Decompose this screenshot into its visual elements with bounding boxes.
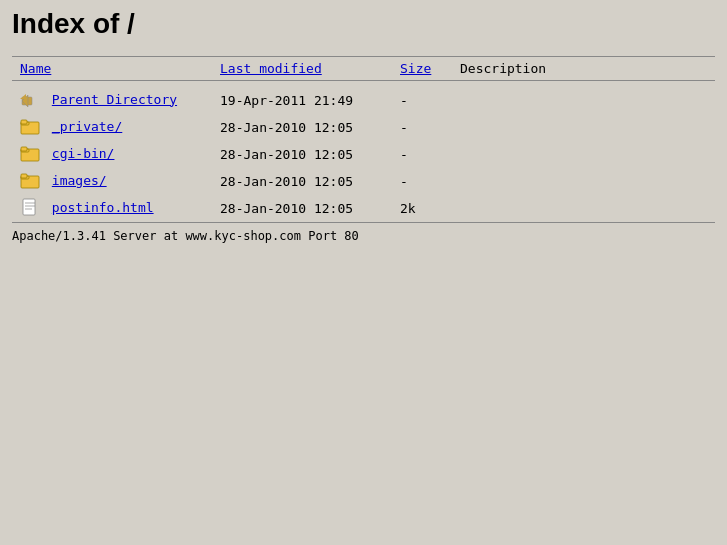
entry-description [452, 141, 715, 168]
entry-modified: 28-Jan-2010 12:05 [212, 168, 392, 195]
entry-modified: 28-Jan-2010 12:05 [212, 114, 392, 141]
entry-size: - [392, 114, 452, 141]
folder-icon [20, 143, 40, 163]
table-row: postinfo.html 28-Jan-2010 12:05 2k [12, 195, 715, 223]
col-header-modified: Last modified [212, 57, 392, 81]
entry-name-cell: postinfo.html [12, 195, 212, 223]
table-row: cgi-bin/ 28-Jan-2010 12:05 - [12, 141, 715, 168]
folder-icon [20, 170, 40, 190]
svg-rect-8 [21, 147, 27, 151]
entry-link[interactable]: postinfo.html [52, 200, 154, 215]
svg-rect-12 [23, 199, 35, 215]
sort-name-link[interactable]: Name [20, 61, 51, 76]
entry-description [452, 114, 715, 141]
entry-description [452, 87, 715, 114]
folder-icon [20, 116, 40, 136]
entry-link[interactable]: images/ [52, 173, 107, 188]
entry-size: - [392, 87, 452, 114]
svg-rect-5 [21, 120, 27, 124]
entry-name-cell: _private/ [12, 114, 212, 141]
svg-rect-11 [21, 174, 27, 178]
file-icon [20, 197, 40, 217]
table-row: Parent Directory 19-Apr-2011 21:49 - [12, 87, 715, 114]
sort-modified-link[interactable]: Last modified [220, 61, 322, 76]
entry-description [452, 168, 715, 195]
col-header-description: Description [452, 57, 715, 81]
entry-size: - [392, 168, 452, 195]
entry-description [452, 195, 715, 223]
entry-modified: 28-Jan-2010 12:05 [212, 141, 392, 168]
sort-size-link[interactable]: Size [400, 61, 431, 76]
entry-name-cell: Parent Directory [12, 87, 212, 114]
entry-modified: 19-Apr-2011 21:49 [212, 87, 392, 114]
entry-link[interactable]: cgi-bin/ [52, 146, 115, 161]
entry-name-cell: cgi-bin/ [12, 141, 212, 168]
col-header-name: Name [12, 57, 212, 81]
col-header-size: Size [392, 57, 452, 81]
entry-link[interactable]: _private/ [52, 119, 122, 134]
table-row: _private/ 28-Jan-2010 12:05 - [12, 114, 715, 141]
svg-marker-2 [20, 94, 26, 99]
server-footer: Apache/1.3.41 Server at www.kyc-shop.com… [12, 222, 715, 247]
entry-name-cell: images/ [12, 168, 212, 195]
table-row: images/ 28-Jan-2010 12:05 - [12, 168, 715, 195]
entry-link[interactable]: Parent Directory [52, 92, 177, 107]
page-title: Index of / [12, 8, 715, 40]
entry-modified: 28-Jan-2010 12:05 [212, 195, 392, 223]
back-icon [20, 89, 40, 109]
entry-size: - [392, 141, 452, 168]
entry-size: 2k [392, 195, 452, 223]
